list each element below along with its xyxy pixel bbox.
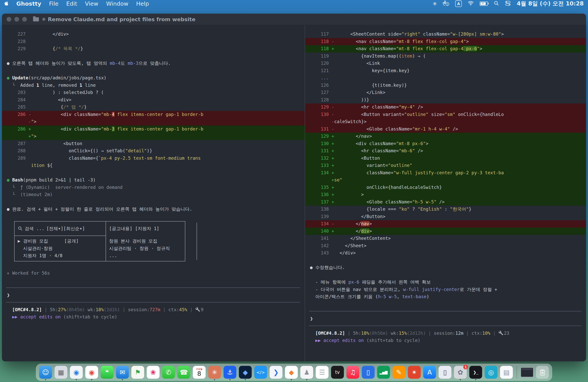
- maps-icon[interactable]: ⚑: [131, 366, 144, 379]
- terminal-line: 118 - <nav className="mt-8 flex flex-col…: [305, 38, 586, 45]
- settings-icon[interactable]: ✿1: [454, 366, 467, 379]
- teal-app-icon[interactable]: ◎: [485, 366, 498, 379]
- menu-edit[interactable]: Edit: [66, 0, 77, 7]
- arrow-browser-icon[interactable]: ❯: [270, 366, 283, 379]
- flame-app-icon-glyph: ✴: [411, 368, 417, 376]
- safari-icon[interactable]: ◉: [70, 366, 83, 379]
- messages-icon[interactable]: ❝: [101, 366, 114, 379]
- terminal-line: 285 {/* 탭 */}: [7, 104, 305, 111]
- table-left-body: ▶ 경비원 모집 [공개] 시설관리·창원 지원자 1명 · 4/8: [15, 236, 106, 261]
- phone-icon[interactable]: ☎: [178, 366, 190, 379]
- menu-app-name[interactable]: Ghostty: [16, 0, 41, 7]
- apple-tv-icon-glyph: tv: [335, 370, 340, 375]
- minimize-window-button[interactable]: [14, 17, 19, 21]
- vscode-icon[interactable]: </>: [254, 366, 267, 379]
- terminal-line: [310, 257, 586, 264]
- charts-app-icon-glyph: ▂▅▇: [379, 370, 388, 374]
- terminal-line: 286 + <div className="mb-3 flex items-ce…: [2, 126, 305, 133]
- terminal-line: - 메뉴 항목에 px-6 패딩을 추가해서 왼쪽 여백 확보: [310, 278, 586, 286]
- charts-app-icon[interactable]: ▂▅▇: [377, 366, 390, 379]
- photos-icon[interactable]: ❀: [147, 366, 160, 379]
- finder-icon[interactable]: ☺: [39, 366, 52, 379]
- settings-icon-glyph: ✿: [458, 368, 463, 376]
- terminal-line: ❯: [7, 292, 305, 299]
- flame-app-icon[interactable]: ✴: [408, 366, 421, 379]
- messages-icon-glyph: ❝: [105, 368, 109, 376]
- control-center-icon[interactable]: [505, 0, 511, 7]
- terminal-line: ● 완료. 검색 + 필터 + 정렬이 한 줄로 정리되어 오른쪽 탭 헤더와 …: [7, 206, 305, 213]
- window-titlebar[interactable]: ✳ Remove Claude.md and project files fro…: [2, 14, 586, 25]
- trash-icon[interactable]: [536, 366, 549, 379]
- terminal-line: 284 <div>: [7, 96, 305, 104]
- terminal-line: 139 </Button>: [310, 213, 586, 220]
- terminal-line: ition ${: [7, 162, 305, 169]
- terminal-line: 118 + <nav className="mt-8 flex flex-col…: [305, 45, 586, 53]
- music-icon-glyph: ♫: [350, 368, 356, 376]
- fox-app-icon[interactable]: ◆: [285, 366, 298, 379]
- wifi-icon[interactable]: [468, 1, 474, 7]
- apple-tv-icon[interactable]: tv: [331, 366, 344, 379]
- launchpad-icon[interactable]: ▦: [55, 366, 67, 379]
- terminal-line: └ ƒ (Dynamic) server-rendered on demand: [7, 184, 305, 191]
- input-box-border: [310, 308, 586, 315]
- table-search-text: 검색 ...: [25, 226, 44, 232]
- zoom-window-button[interactable]: [22, 17, 27, 21]
- terminal-pane-left[interactable]: 227 </div> 228 229 {/* 목록 */}● 오른쪽 탭 헤더와…: [2, 25, 305, 361]
- folder-icon: [33, 17, 39, 21]
- facetime-icon[interactable]: ✆: [162, 366, 175, 379]
- claude-icon[interactable]: ✳: [208, 366, 221, 379]
- menu-clock[interactable]: 4월 8일 (수) 오전 10:28: [517, 0, 584, 8]
- mail-icon[interactable]: ✉: [116, 366, 129, 379]
- menu-window[interactable]: Window: [106, 0, 128, 7]
- battery-icon[interactable]: [480, 1, 488, 6]
- files-app-icon[interactable]: ▤: [500, 366, 513, 379]
- apple-menu-icon[interactable]: [4, 1, 9, 7]
- terminal-line: 283 ) : selectedJob ? (: [7, 89, 305, 96]
- terminal-line: ● 수정했습니다.: [310, 264, 586, 271]
- dev-dark-app-icon-glyph: ◆: [243, 368, 248, 376]
- terminal-line: ● Bash(pnpm build 2>&1 | tail -3): [7, 176, 305, 184]
- terminal-line: 126 {t(item.key)}: [310, 82, 586, 89]
- docker-status-icon[interactable]: [443, 0, 449, 7]
- close-window-button[interactable]: [7, 17, 11, 21]
- terminal-line: [OMC#4.8.2] | 5h:27%(0h45m) wk:18%(2d1h)…: [7, 306, 305, 314]
- terminal-line: 141 </SheetContent>: [310, 235, 586, 242]
- terminal-line: 132 + <Button: [305, 155, 586, 162]
- terminal-line: 130 - <Button variant="outline" size="sm…: [305, 111, 586, 118]
- chrome-icon[interactable]: ◉: [85, 366, 98, 379]
- app-store-icon[interactable]: A: [423, 366, 436, 379]
- claude-asterisk-icon[interactable]: ✳: [433, 1, 437, 6]
- screenshot-thumbnail[interactable]: [521, 367, 534, 377]
- terminal-line: -">: [2, 118, 305, 126]
- terminal-line: 136 + >: [305, 191, 586, 198]
- facetime-icon-glyph: ✆: [166, 368, 171, 376]
- calendar-icon[interactable]: 수요일8: [193, 366, 206, 379]
- menu-help[interactable]: Help: [136, 0, 149, 7]
- pencil-app-icon[interactable]: ✎: [393, 366, 405, 379]
- input-source-icon[interactable]: A: [455, 0, 462, 7]
- mail-icon-glyph: ✉: [120, 368, 125, 376]
- spotlight-icon[interactable]: [494, 0, 499, 7]
- terminal-line: [7, 169, 305, 177]
- docker-icon[interactable]: ⚓: [224, 366, 236, 379]
- dev-dark-app-icon[interactable]: ◆: [239, 366, 252, 379]
- fox-app-icon-glyph: ◆: [289, 368, 294, 376]
- terminal-line: └ Added 1 line, removed 1 line: [7, 82, 305, 89]
- terminal-line: 142 </Sheet>: [310, 242, 586, 250]
- terminal-pane-right[interactable]: 117 <SheetContent side="right" className…: [305, 25, 586, 361]
- device-app-icon[interactable]: ▯: [362, 366, 375, 379]
- terminal-line: ● 오른쪽 탭 헤더와 높이가 맞도록, 탭 영역의 mb-4도 mb-3으로 …: [7, 60, 305, 67]
- terminal-line: 135 + onClick={handleLocaleSwitch}: [305, 184, 586, 191]
- chrome-icon-glyph: ◉: [89, 368, 95, 376]
- menu-view[interactable]: View: [85, 0, 98, 7]
- iphone-mirroring-icon[interactable]: ▯: [439, 366, 452, 379]
- contacts-icon[interactable]: ♟: [300, 366, 313, 379]
- notes-icon[interactable]: ☰: [316, 366, 329, 379]
- dock: ☺▦◉◉❝✉⚑❀✆☎수요일8✳⚓◆</>❯◆♟☰tv♫▯▂▅▇✎✴A▯✿1❯_◎…: [36, 364, 552, 381]
- music-icon[interactable]: ♫: [346, 366, 359, 379]
- terminal-line: 117 <SheetContent side="right" className…: [310, 31, 586, 38]
- dock-separator: [517, 366, 517, 379]
- menu-file[interactable]: File: [49, 0, 59, 7]
- terminal-icon[interactable]: ❯_: [469, 366, 482, 379]
- input-box-border: [7, 299, 305, 306]
